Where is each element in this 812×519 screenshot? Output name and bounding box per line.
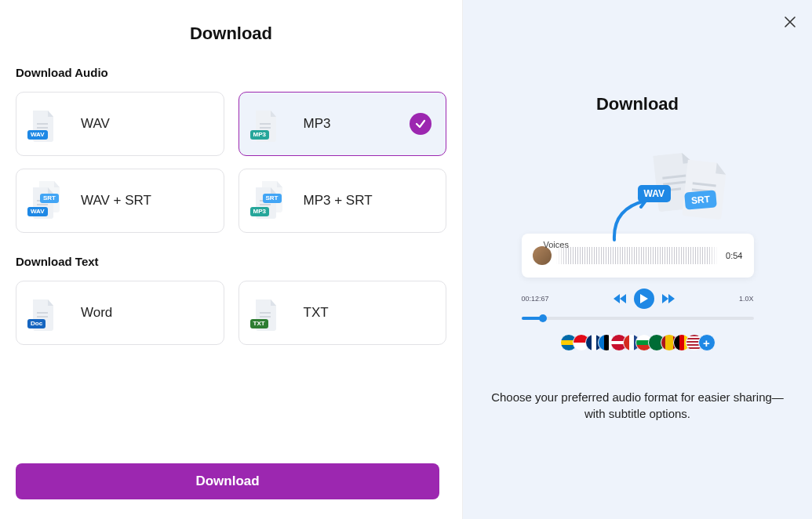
page-title: Download	[16, 24, 446, 44]
svg-rect-16	[260, 204, 271, 205]
option-label: Word	[81, 305, 112, 321]
option-audio-mp3[interactable]: MP3 MP3	[239, 92, 447, 156]
option-label: MP3 + SRT	[304, 193, 373, 209]
right-panel-title: Download	[596, 94, 679, 114]
more-languages-button[interactable]: +	[698, 334, 716, 351]
close-button[interactable]	[782, 14, 798, 30]
svg-rect-21	[260, 312, 271, 314]
waveform	[556, 247, 719, 264]
file-icon: MP3	[253, 107, 286, 140]
option-audio-wav-srt[interactable]: WAVSRT WAV + SRT	[16, 169, 224, 233]
svg-rect-1	[37, 127, 48, 129]
language-flags: +	[560, 334, 716, 351]
progress-bar[interactable]	[522, 317, 754, 320]
download-button[interactable]: Download	[16, 463, 439, 499]
option-label: WAV + SRT	[81, 193, 151, 209]
wav-badge: WAV	[638, 185, 671, 202]
close-icon	[785, 16, 796, 27]
option-label: MP3	[304, 116, 331, 132]
svg-rect-3	[260, 123, 271, 125]
svg-rect-19	[37, 316, 48, 318]
download-text-label: Download Text	[16, 255, 446, 268]
svg-rect-18	[37, 312, 48, 314]
option-audio-wav[interactable]: WAV WAV	[16, 92, 224, 156]
svg-rect-10	[37, 204, 48, 205]
play-icon	[640, 294, 648, 303]
description-text: Choose your preferred audio format for e…	[485, 389, 791, 422]
file-icon: TXT	[253, 296, 286, 329]
option-audio-mp3-srt[interactable]: MP3SRT MP3 + SRT	[239, 169, 447, 233]
option-label: TXT	[304, 305, 329, 321]
text-options-grid: Doc Word TXT TXT	[16, 281, 446, 345]
preview-illustration: WAV SRT Voices 0:54 00:12:67 1.0X	[512, 154, 763, 351]
svg-rect-0	[37, 123, 48, 125]
svg-rect-4	[260, 127, 271, 129]
player-time: 00:12:67	[522, 295, 549, 303]
player-controls-row: 00:12:67 1.0X	[522, 289, 754, 309]
rewind-icon[interactable]	[614, 294, 626, 303]
file-icon: WAV	[31, 107, 64, 140]
audio-options-grid: WAV WAV MP3 MP3 WAVSRT WAV + SRT MP3SRT …	[16, 92, 446, 233]
voice-preview-card: Voices 0:54	[522, 234, 754, 278]
file-icon: MP3SRT	[253, 184, 286, 217]
option-label: WAV	[81, 116, 110, 132]
download-audio-label: Download Audio	[16, 66, 446, 79]
option-text-word[interactable]: Doc Word	[16, 281, 224, 345]
voice-duration: 0:54	[726, 251, 742, 260]
file-icon: Doc	[31, 296, 64, 329]
forward-icon[interactable]	[662, 294, 675, 303]
file-icon: WAVSRT	[31, 184, 64, 217]
player-speed: 1.0X	[739, 295, 754, 303]
svg-rect-22	[260, 316, 271, 318]
selected-check-icon	[410, 113, 431, 135]
option-text-txt[interactable]: TXT TXT	[239, 281, 447, 345]
play-button[interactable]	[634, 289, 654, 309]
srt-badge: SRT	[684, 190, 717, 209]
